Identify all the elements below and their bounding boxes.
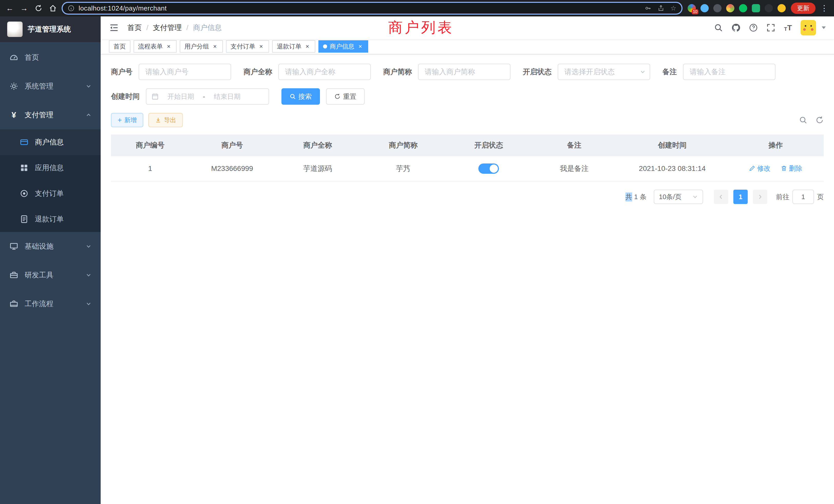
breadcrumb-item[interactable]: 支付管理	[153, 23, 182, 32]
search-icon[interactable]	[714, 23, 723, 32]
github-icon[interactable]	[731, 23, 740, 32]
key-icon[interactable]	[645, 5, 652, 12]
tab-label: 用户分组	[184, 42, 209, 50]
toolbox-icon	[9, 271, 19, 280]
pagination-goto: 前往 页	[776, 190, 824, 204]
reload-icon[interactable]	[34, 4, 43, 13]
extension-icon[interactable]: 10	[688, 4, 696, 12]
cell-merchant-no: M233666999	[189, 156, 275, 181]
home-icon[interactable]	[48, 4, 58, 13]
sidebar-item-workflow[interactable]: 工作流程	[0, 290, 101, 318]
extension-icon[interactable]	[777, 4, 786, 12]
sidebar-logo[interactable]: 芋道管理系统	[0, 17, 101, 42]
status-toggle[interactable]	[478, 163, 499, 174]
page-size-select[interactable]: 10条/页	[654, 190, 703, 204]
tab-refund-order[interactable]: 退款订单 ×	[272, 40, 315, 53]
total-prefix: 共	[626, 192, 632, 202]
cell-actions: 修改 删除	[727, 156, 824, 181]
extension-icon[interactable]	[765, 4, 773, 12]
sidebar-item-infrastructure[interactable]: 基础设施	[0, 232, 101, 261]
pagination-total: 共 1 条	[626, 192, 646, 202]
column-header: 商户全称	[275, 135, 360, 156]
create-time-range-picker[interactable]: -	[146, 88, 269, 105]
start-date-input[interactable]	[162, 93, 200, 100]
search-button[interactable]: 搜索	[281, 88, 320, 105]
extension-icon[interactable]	[739, 4, 747, 12]
avatar[interactable]	[800, 20, 816, 36]
tab-process-form[interactable]: 流程表单 ×	[133, 40, 177, 53]
tab-home[interactable]: 首页	[109, 40, 130, 53]
next-page-button[interactable]	[753, 190, 767, 204]
sidebar-item-home[interactable]: 首页	[0, 43, 101, 72]
update-button[interactable]: 更新	[791, 3, 815, 14]
merchant-no-input[interactable]	[139, 64, 231, 80]
tab-merchant-info[interactable]: 商户信息 ×	[319, 40, 368, 53]
refresh-icon[interactable]	[815, 116, 824, 124]
export-button[interactable]: 导出	[148, 113, 183, 127]
back-icon[interactable]: ←	[5, 4, 14, 13]
browser-toolbar: ← → localhost:1024/pay/merchant ☆	[0, 0, 834, 17]
field-label: 商户简称	[383, 67, 412, 77]
annotation-text: 商户列表	[388, 18, 454, 38]
close-icon[interactable]: ×	[304, 43, 311, 50]
status-select-input[interactable]	[558, 68, 640, 76]
extension-icon[interactable]	[713, 4, 722, 12]
full-name-input[interactable]	[278, 64, 371, 80]
hamburger-icon[interactable]	[109, 23, 119, 33]
briefcase-icon	[9, 299, 19, 308]
extension-icon[interactable]	[701, 4, 709, 12]
end-date-input[interactable]	[208, 93, 246, 100]
filter-merchant-no: 商户号	[111, 64, 231, 80]
chevron-down-icon	[640, 69, 645, 75]
share-icon[interactable]	[658, 5, 664, 12]
extension-icon[interactable]	[752, 4, 760, 12]
toggle-search-icon[interactable]	[799, 116, 807, 124]
sidebar-item-label: 支付订单	[35, 189, 64, 198]
close-icon[interactable]: ×	[166, 43, 172, 50]
reset-button[interactable]: 重置	[326, 88, 365, 105]
sidebar-item-merchant-info[interactable]: 商户信息	[0, 129, 101, 155]
info-icon[interactable]	[68, 5, 74, 12]
font-size-icon[interactable]: TT	[784, 24, 792, 31]
close-icon[interactable]: ×	[258, 43, 264, 50]
short-name-input[interactable]	[418, 64, 510, 80]
goto-page-input[interactable]	[792, 190, 814, 204]
sidebar-item-app-info[interactable]: 应用信息	[0, 155, 101, 181]
delete-button[interactable]: 删除	[781, 164, 803, 173]
sidebar-item-pay-order[interactable]: 支付订单	[0, 181, 101, 206]
fullscreen-icon[interactable]	[766, 23, 775, 32]
remark-input[interactable]	[683, 64, 775, 80]
breadcrumb-item[interactable]: 首页	[127, 23, 142, 32]
tab-user-group[interactable]: 用户分组 ×	[180, 40, 223, 53]
table-toolbar: + 新增 导出	[111, 113, 824, 127]
monitor-icon	[9, 242, 19, 251]
app: 芋道管理系统 首页 系统管理	[0, 17, 834, 504]
filter-create-time: 创建时间 -	[111, 88, 269, 105]
caret-down-icon[interactable]	[822, 26, 826, 29]
add-button[interactable]: + 新增	[111, 113, 143, 127]
close-icon[interactable]: ×	[212, 43, 218, 50]
sidebar-item-label: 工作流程	[25, 299, 53, 309]
close-icon[interactable]: ×	[357, 43, 364, 50]
page-number-button[interactable]: 1	[733, 190, 748, 204]
forward-icon[interactable]: →	[20, 4, 29, 13]
tab-pay-order[interactable]: 支付订单 ×	[226, 40, 269, 53]
prev-page-button[interactable]	[714, 190, 728, 204]
sidebar-item-refund-order[interactable]: 退款订单	[0, 206, 101, 232]
column-header: 开启状态	[446, 135, 531, 156]
edit-button[interactable]: 修改	[749, 164, 771, 173]
column-header: 备注	[531, 135, 617, 156]
sidebar-item-devtools[interactable]: 研发工具	[0, 261, 101, 290]
address-bar[interactable]: localhost:1024/pay/merchant ☆	[62, 2, 682, 15]
page-content: 商户号 商户全称 商户简称 开启状态	[101, 54, 834, 504]
bookmark-star-icon[interactable]: ☆	[671, 4, 676, 12]
chevron-down-icon	[86, 301, 91, 307]
sidebar-item-system[interactable]: 系统管理	[0, 72, 101, 100]
pagination: 共 1 条 10条/页 1	[111, 190, 824, 204]
help-icon[interactable]	[749, 23, 758, 32]
browser-menu-icon[interactable]: ⋮	[820, 4, 829, 13]
extension-icon[interactable]	[726, 4, 734, 12]
status-select[interactable]	[558, 64, 650, 80]
sidebar-item-payment[interactable]: ¥ 支付管理	[0, 100, 101, 129]
field-label: 商户全称	[243, 67, 272, 77]
